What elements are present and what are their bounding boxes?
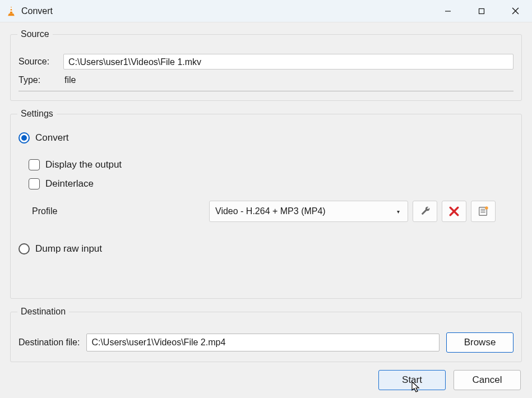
start-button[interactable]: Start xyxy=(378,370,446,390)
svg-rect-5 xyxy=(479,8,484,13)
dump-raw-radio[interactable] xyxy=(18,243,30,254)
delete-profile-button[interactable] xyxy=(442,201,466,222)
destination-group: Destination Destination file: Browse xyxy=(10,307,522,362)
dump-raw-label: Dump raw input xyxy=(35,243,102,254)
svg-marker-0 xyxy=(10,6,13,13)
settings-group: Settings Convert Display the output Dein… xyxy=(10,109,522,299)
svg-rect-2 xyxy=(10,10,13,11)
profile-value: Video - H.264 + MP3 (MP4) xyxy=(215,206,326,216)
svg-rect-1 xyxy=(11,8,12,9)
source-path-field[interactable]: C:\Users\user1\Videos\File 1.mkv xyxy=(63,54,514,70)
close-button[interactable] xyxy=(498,0,532,22)
type-value: file xyxy=(63,75,76,85)
maximize-button[interactable] xyxy=(465,0,498,22)
convert-radio-label: Convert xyxy=(35,132,69,144)
svg-point-14 xyxy=(485,206,488,209)
svg-marker-3 xyxy=(8,13,15,16)
deinterlace-label: Deinterlace xyxy=(45,178,94,189)
new-profile-button[interactable] xyxy=(471,201,496,222)
content-area: Source Source: C:\Users\user1\Videos\Fil… xyxy=(0,22,532,398)
window-controls xyxy=(431,0,532,22)
display-output-label: Display the output xyxy=(45,159,122,170)
destination-file-input[interactable] xyxy=(86,334,440,351)
edit-profile-button[interactable] xyxy=(413,201,437,222)
dialog-footer: Start Cancel xyxy=(10,370,522,390)
chevron-down-icon: ▾ xyxy=(397,209,400,215)
convert-radio[interactable] xyxy=(18,132,30,144)
destination-legend: Destination xyxy=(17,307,69,317)
new-profile-icon xyxy=(478,206,489,217)
settings-legend: Settings xyxy=(17,109,57,119)
titlebar: Convert xyxy=(0,0,532,22)
convert-window: Convert Source Source: C:\Users\user1\Vi… xyxy=(0,0,532,398)
window-title: Convert xyxy=(21,6,431,16)
minimize-button[interactable] xyxy=(431,0,465,22)
separator xyxy=(18,91,514,91)
source-group: Source Source: C:\Users\user1\Videos\Fil… xyxy=(10,29,522,101)
destination-file-label: Destination file: xyxy=(18,337,80,348)
display-output-checkbox[interactable] xyxy=(29,159,40,170)
cancel-button[interactable]: Cancel xyxy=(454,370,521,390)
profile-label: Profile xyxy=(18,206,209,216)
profile-dropdown[interactable]: Video - H.264 + MP3 (MP4) ▾ xyxy=(209,201,408,222)
type-label: Type: xyxy=(18,75,63,85)
x-icon xyxy=(449,206,459,216)
deinterlace-checkbox[interactable] xyxy=(29,178,40,189)
vlc-cone-icon xyxy=(6,6,17,17)
wrench-icon xyxy=(419,206,431,217)
browse-button[interactable]: Browse xyxy=(446,332,514,353)
source-label: Source: xyxy=(18,57,63,67)
source-legend: Source xyxy=(17,29,53,39)
